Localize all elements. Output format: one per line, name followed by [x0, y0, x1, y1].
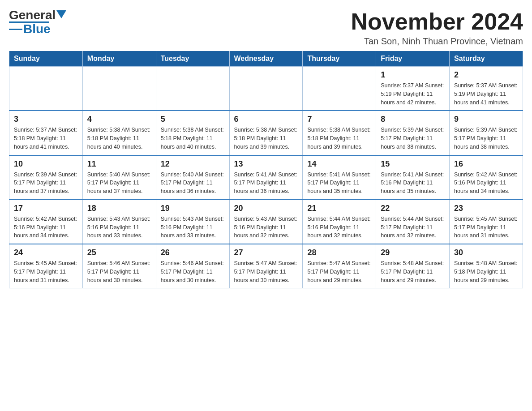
calendar-cell: 19Sunrise: 5:43 AM Sunset: 5:16 PM Dayli… — [156, 200, 229, 244]
title-area: November 2024 Tan Son, Ninh Thuan Provin… — [351, 9, 523, 47]
calendar-cell: 20Sunrise: 5:43 AM Sunset: 5:16 PM Dayli… — [229, 200, 303, 244]
day-number: 4 — [87, 115, 151, 124]
day-info: Sunrise: 5:41 AM Sunset: 5:17 PM Dayligh… — [307, 171, 371, 196]
day-info: Sunrise: 5:37 AM Sunset: 5:19 PM Dayligh… — [454, 81, 518, 107]
calendar-cell: 16Sunrise: 5:42 AM Sunset: 5:16 PM Dayli… — [450, 155, 523, 200]
day-number: 16 — [454, 159, 518, 169]
calendar-cell: 7Sunrise: 5:38 AM Sunset: 5:18 PM Daylig… — [303, 111, 376, 155]
day-number: 5 — [161, 115, 225, 124]
calendar-cell: 17Sunrise: 5:42 AM Sunset: 5:16 PM Dayli… — [9, 200, 83, 244]
day-number: 11 — [87, 159, 151, 169]
calendar-cell: 22Sunrise: 5:44 AM Sunset: 5:17 PM Dayli… — [376, 200, 450, 244]
day-number: 6 — [234, 115, 298, 124]
calendar-cell: 24Sunrise: 5:45 AM Sunset: 5:17 PM Dayli… — [9, 244, 83, 288]
day-info: Sunrise: 5:43 AM Sunset: 5:16 PM Dayligh… — [234, 215, 298, 240]
calendar-cell: 9Sunrise: 5:39 AM Sunset: 5:17 PM Daylig… — [450, 111, 523, 155]
day-number: 7 — [307, 115, 371, 124]
calendar-cell: 25Sunrise: 5:46 AM Sunset: 5:17 PM Dayli… — [82, 244, 156, 288]
calendar-cell: 27Sunrise: 5:47 AM Sunset: 5:17 PM Dayli… — [229, 244, 303, 288]
day-info: Sunrise: 5:45 AM Sunset: 5:17 PM Dayligh… — [454, 215, 518, 240]
calendar-cell: 12Sunrise: 5:40 AM Sunset: 5:17 PM Dayli… — [156, 155, 229, 200]
day-number: 26 — [161, 248, 225, 257]
day-info: Sunrise: 5:40 AM Sunset: 5:17 PM Dayligh… — [161, 171, 225, 196]
day-info: Sunrise: 5:43 AM Sunset: 5:16 PM Dayligh… — [87, 215, 151, 240]
day-info: Sunrise: 5:38 AM Sunset: 5:18 PM Dayligh… — [234, 126, 298, 151]
calendar-cell: 28Sunrise: 5:47 AM Sunset: 5:17 PM Dayli… — [303, 244, 376, 288]
calendar-cell: 14Sunrise: 5:41 AM Sunset: 5:17 PM Dayli… — [303, 155, 376, 200]
day-info: Sunrise: 5:41 AM Sunset: 5:17 PM Dayligh… — [234, 171, 298, 196]
calendar-table: SundayMondayTuesdayWednesdayThursdayFrid… — [9, 51, 523, 288]
calendar-week-row: 3Sunrise: 5:37 AM Sunset: 5:18 PM Daylig… — [9, 111, 523, 155]
month-title: November 2024 — [351, 9, 523, 34]
calendar-cell — [303, 67, 376, 111]
column-header-friday: Friday — [376, 51, 450, 67]
calendar-cell: 15Sunrise: 5:41 AM Sunset: 5:16 PM Dayli… — [376, 155, 450, 200]
day-number: 23 — [454, 204, 518, 213]
calendar-cell: 4Sunrise: 5:38 AM Sunset: 5:18 PM Daylig… — [82, 111, 156, 155]
column-header-monday: Monday — [82, 51, 156, 67]
day-number: 3 — [14, 115, 78, 124]
day-number: 24 — [14, 248, 78, 257]
day-info: Sunrise: 5:39 AM Sunset: 5:17 PM Dayligh… — [454, 126, 518, 151]
day-info: Sunrise: 5:48 AM Sunset: 5:18 PM Dayligh… — [454, 259, 518, 284]
day-number: 15 — [381, 159, 445, 169]
calendar-cell: 2Sunrise: 5:37 AM Sunset: 5:19 PM Daylig… — [450, 67, 523, 111]
location-title: Tan Son, Ninh Thuan Province, Vietnam — [351, 36, 523, 47]
day-info: Sunrise: 5:42 AM Sunset: 5:16 PM Dayligh… — [454, 171, 518, 196]
day-number: 25 — [87, 248, 151, 257]
day-info: Sunrise: 5:48 AM Sunset: 5:17 PM Dayligh… — [381, 259, 445, 284]
calendar-cell: 11Sunrise: 5:40 AM Sunset: 5:17 PM Dayli… — [82, 155, 156, 200]
day-number: 18 — [87, 204, 151, 213]
calendar-cell: 30Sunrise: 5:48 AM Sunset: 5:18 PM Dayli… — [450, 244, 523, 288]
day-info: Sunrise: 5:47 AM Sunset: 5:17 PM Dayligh… — [307, 259, 371, 284]
calendar-week-row: 10Sunrise: 5:39 AM Sunset: 5:17 PM Dayli… — [9, 155, 523, 200]
calendar-cell: 3Sunrise: 5:37 AM Sunset: 5:18 PM Daylig… — [9, 111, 83, 155]
day-info: Sunrise: 5:37 AM Sunset: 5:19 PM Dayligh… — [381, 81, 445, 107]
day-number: 29 — [381, 248, 445, 257]
day-number: 9 — [454, 115, 518, 124]
calendar-cell — [229, 67, 303, 111]
day-info: Sunrise: 5:38 AM Sunset: 5:18 PM Dayligh… — [307, 126, 371, 151]
day-info: Sunrise: 5:46 AM Sunset: 5:17 PM Dayligh… — [161, 259, 225, 284]
day-number: 13 — [234, 159, 298, 169]
day-info: Sunrise: 5:44 AM Sunset: 5:16 PM Dayligh… — [307, 215, 371, 240]
calendar-cell: 6Sunrise: 5:38 AM Sunset: 5:18 PM Daylig… — [229, 111, 303, 155]
day-number: 10 — [14, 159, 78, 169]
day-info: Sunrise: 5:43 AM Sunset: 5:16 PM Dayligh… — [161, 215, 225, 240]
day-number: 28 — [307, 248, 371, 257]
calendar-header-row: SundayMondayTuesdayWednesdayThursdayFrid… — [9, 51, 523, 67]
page-header: General Blue November 2024 Tan Son, Ninh… — [9, 9, 523, 47]
day-number: 22 — [381, 204, 445, 213]
calendar-cell: 5Sunrise: 5:38 AM Sunset: 5:18 PM Daylig… — [156, 111, 229, 155]
day-number: 20 — [234, 204, 298, 213]
svg-marker-0 — [56, 10, 66, 18]
day-info: Sunrise: 5:45 AM Sunset: 5:17 PM Dayligh… — [14, 259, 78, 284]
calendar-cell — [156, 67, 229, 111]
column-header-thursday: Thursday — [303, 51, 376, 67]
calendar-cell: 1Sunrise: 5:37 AM Sunset: 5:19 PM Daylig… — [376, 67, 450, 111]
calendar-cell — [82, 67, 156, 111]
day-info: Sunrise: 5:39 AM Sunset: 5:17 PM Dayligh… — [14, 171, 78, 196]
calendar-week-row: 1Sunrise: 5:37 AM Sunset: 5:19 PM Daylig… — [9, 67, 523, 111]
day-number: 12 — [161, 159, 225, 169]
calendar-cell: 13Sunrise: 5:41 AM Sunset: 5:17 PM Dayli… — [229, 155, 303, 200]
day-number: 17 — [14, 204, 78, 213]
day-number: 8 — [381, 115, 445, 124]
column-header-saturday: Saturday — [450, 51, 523, 67]
day-info: Sunrise: 5:39 AM Sunset: 5:17 PM Dayligh… — [381, 126, 445, 151]
logo-general-text: General — [9, 9, 56, 21]
day-number: 19 — [161, 204, 225, 213]
logo-triangle-icon — [56, 10, 66, 18]
logo: General Blue — [9, 9, 66, 35]
calendar-week-row: 24Sunrise: 5:45 AM Sunset: 5:17 PM Dayli… — [9, 244, 523, 288]
calendar-cell: 10Sunrise: 5:39 AM Sunset: 5:17 PM Dayli… — [9, 155, 83, 200]
day-number: 1 — [381, 70, 445, 80]
day-number: 30 — [454, 248, 518, 257]
day-info: Sunrise: 5:38 AM Sunset: 5:18 PM Dayligh… — [87, 126, 151, 151]
calendar-week-row: 17Sunrise: 5:42 AM Sunset: 5:16 PM Dayli… — [9, 200, 523, 244]
calendar-cell — [9, 67, 83, 111]
calendar-cell: 23Sunrise: 5:45 AM Sunset: 5:17 PM Dayli… — [450, 200, 523, 244]
calendar-cell: 18Sunrise: 5:43 AM Sunset: 5:16 PM Dayli… — [82, 200, 156, 244]
day-info: Sunrise: 5:46 AM Sunset: 5:17 PM Dayligh… — [87, 259, 151, 284]
calendar-cell: 8Sunrise: 5:39 AM Sunset: 5:17 PM Daylig… — [376, 111, 450, 155]
